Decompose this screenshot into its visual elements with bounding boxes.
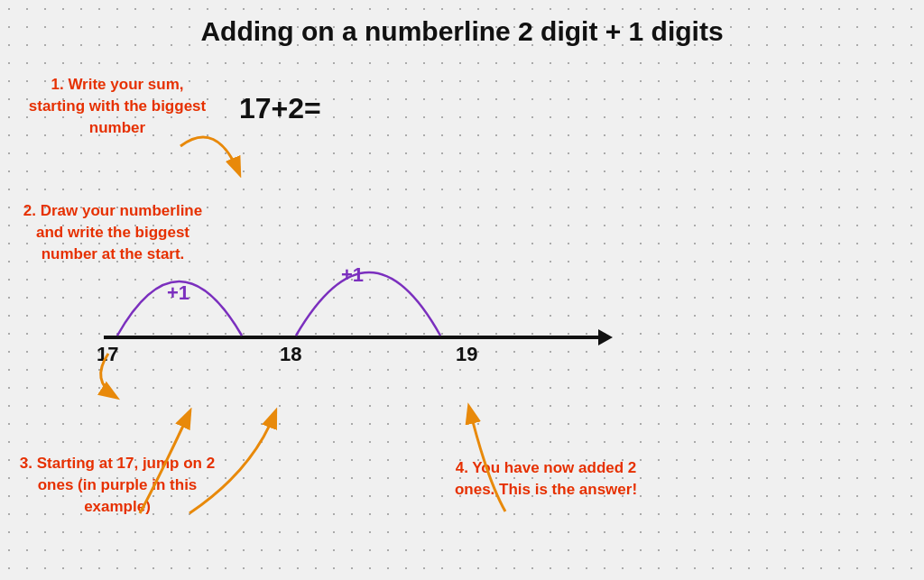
arcs-svg — [72, 209, 523, 354]
equation-display: 17+2= — [239, 92, 321, 125]
step4-instruction: 4. You have now added 2 ones. This is th… — [442, 457, 650, 501]
step1-instruction: 1. Write your sum, starting with the big… — [27, 74, 208, 138]
step3-instruction: 3. Starting at 17, jump on 2 ones (in pu… — [18, 453, 217, 517]
page-title: Adding on a numberline 2 digit + 1 digit… — [0, 0, 924, 56]
